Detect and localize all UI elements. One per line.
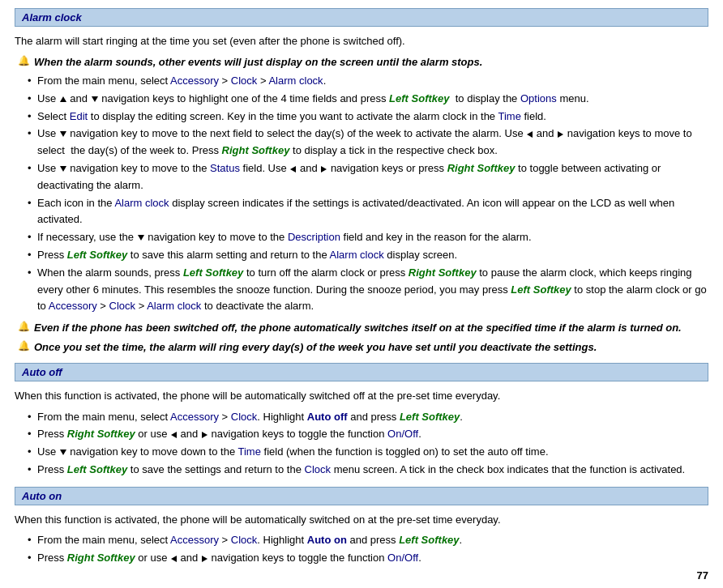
text-clock: Clock [231, 75, 258, 87]
alarm-bullet-1: From the main menu, select Accessory > C… [28, 73, 708, 90]
left-softkey-label-4: Left Softkey [511, 283, 571, 296]
down-arrow-icon-5 [60, 450, 66, 455]
auto-on-body: When this function is activated, the pho… [15, 512, 708, 567]
alarm-note-bottom-2: 🔔 Once you set the time, the alarm will … [18, 339, 708, 356]
alarm-bullet-4: Use navigation key to move to the next f… [28, 126, 708, 160]
left-arrow-icon [527, 131, 533, 138]
alarm-clock-bullets: From the main menu, select Accessory > C… [28, 73, 708, 315]
auto-on-bullet-1: From the main menu, select Accessory > C… [28, 532, 708, 549]
auto-on-header: Auto on [15, 487, 708, 505]
auto-off-header: Auto off [15, 363, 708, 381]
left-arrow-icon-3 [171, 432, 177, 438]
text-alarm-clock-3: Alarm clock [330, 249, 384, 261]
note-bell-icon-2: 🔔 [18, 321, 31, 332]
auto-off-bullet-4: Press Left Softkey to save the settings … [28, 462, 708, 479]
text-clock-2: Clock [109, 300, 136, 312]
down-arrow-icon [92, 96, 98, 102]
text-clock-3: Clock [231, 411, 258, 423]
auto-off-bullet-1: From the main menu, select Accessory > C… [28, 409, 708, 426]
alarm-note-bottom-text-2: Once you set the time, the alarm will ri… [34, 339, 597, 356]
down-arrow-icon-3 [60, 166, 66, 172]
up-arrow-icon [60, 96, 66, 102]
alarm-bullet-9: When the alarm sounds, press Left Softke… [28, 265, 708, 315]
alarm-clock-body: The alarm will start ringing at the time… [15, 33, 708, 355]
auto-on-intro: When this function is activated, the pho… [15, 512, 708, 528]
right-arrow-icon-3 [202, 432, 207, 438]
left-softkey-label-5: Left Softkey [400, 411, 460, 423]
auto-on-section: Auto on When this function is activated,… [15, 487, 708, 567]
alarm-clock-intro: The alarm will start ringing at the time… [15, 33, 708, 49]
right-softkey-label-1: Right Softkey [222, 144, 290, 156]
right-arrow-icon-2 [321, 166, 327, 173]
auto-off-bullet-2: Press Right Softkey or use and navigatio… [28, 426, 708, 443]
text-accessory-3: Accessory [170, 411, 219, 423]
text-accessory-4: Accessory [170, 534, 219, 546]
text-status: Status [210, 162, 240, 174]
auto-on-bullets: From the main menu, select Accessory > C… [28, 532, 708, 567]
alarm-note-bottom-1: 🔔 Even if the phone has been switched of… [18, 320, 708, 336]
right-softkey-label-2: Right Softkey [447, 162, 516, 174]
text-clock-5: Clock [231, 534, 258, 546]
right-softkey-label-5: Right Softkey [67, 552, 135, 564]
alarm-bullet-8: Press Left Softkey to save this alarm se… [28, 247, 708, 264]
text-time: Time [498, 110, 520, 122]
alarm-clock-note-text: When the alarm sounds, other events will… [34, 54, 482, 70]
text-clock-4: Clock [305, 463, 332, 475]
text-auto-on: Auto on [307, 534, 347, 546]
auto-off-bullet-3: Use navigation key to move down to the T… [28, 444, 708, 461]
text-accessory: Accessory [170, 75, 219, 87]
text-options: Options [520, 92, 557, 104]
alarm-bullet-3: Select Edit to display the editing scree… [28, 109, 708, 126]
text-on-off-2: On/Off [387, 552, 418, 564]
auto-on-bullet-2: Press Right Softkey or use and navigatio… [28, 550, 708, 567]
down-arrow-icon-2 [60, 131, 66, 137]
page-number: 77 [697, 569, 708, 582]
text-description: Description [288, 231, 340, 243]
left-softkey-label-6: Left Softkey [67, 463, 127, 475]
text-alarm-clock-4: Alarm clock [147, 300, 201, 312]
left-softkey-label-2: Left Softkey [67, 249, 127, 261]
text-alarm-clock-2: Alarm clock [114, 197, 169, 209]
alarm-clock-section: Alarm clock The alarm will start ringing… [15, 8, 708, 355]
auto-off-section: Auto off When this function is activated… [15, 363, 708, 479]
auto-off-body: When this function is activated, the pho… [15, 388, 708, 479]
auto-off-bullets: From the main menu, select Accessory > C… [28, 409, 708, 479]
alarm-bullet-5: Use navigation key to move to the Status… [28, 160, 708, 194]
alarm-bullet-6: Each icon in the Alarm clock display scr… [28, 195, 708, 229]
left-softkey-label-7: Left Softkey [399, 534, 459, 546]
text-accessory-2: Accessory [49, 300, 97, 312]
left-softkey-label: Left Softkey [389, 92, 449, 104]
note-bell-icon: 🔔 [18, 55, 31, 66]
alarm-clock-note: 🔔 When the alarm sounds, other events wi… [18, 54, 708, 70]
down-arrow-icon-4 [138, 235, 144, 241]
text-time-2: Time [238, 445, 261, 458]
text-alarm-clock: Alarm clock [268, 75, 323, 87]
auto-off-intro: When this function is activated, the pho… [15, 388, 708, 404]
alarm-note-bottom-text-1: Even if the phone has been switched off,… [34, 320, 682, 336]
right-arrow-icon [558, 131, 563, 138]
text-on-off-1: On/Off [387, 428, 418, 440]
text-edit: Edit [70, 110, 88, 122]
left-arrow-icon-2 [290, 166, 296, 173]
left-arrow-icon-4 [171, 556, 177, 562]
alarm-clock-header: Alarm clock [15, 8, 708, 27]
text-auto-off: Auto off [307, 411, 348, 423]
right-softkey-label-4: Right Softkey [67, 428, 135, 440]
note-bell-icon-3: 🔔 [18, 340, 31, 352]
right-softkey-label-3: Right Softkey [409, 266, 477, 279]
right-arrow-icon-4 [202, 556, 207, 562]
alarm-bullet-2: Use and navigation keys to highlight one… [28, 91, 708, 108]
left-softkey-label-3: Left Softkey [183, 266, 243, 279]
alarm-bullet-7: If necessary, use the navigation key to … [28, 229, 708, 246]
